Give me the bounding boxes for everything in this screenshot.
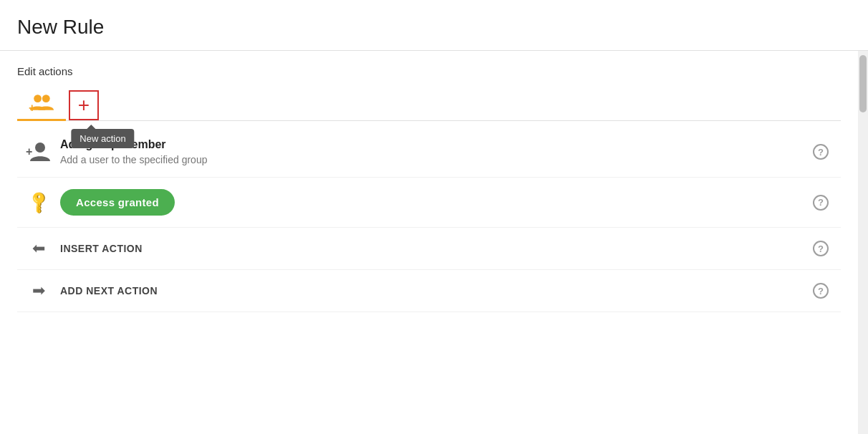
main-content: Edit actions + bbox=[0, 51, 858, 434]
content-area: Edit actions + bbox=[0, 51, 868, 434]
scrollbar-track[interactable] bbox=[858, 51, 868, 434]
svg-text:+: + bbox=[29, 101, 35, 113]
svg-point-1 bbox=[42, 95, 50, 102]
page-container: New Rule Edit actions + bbox=[0, 0, 868, 434]
key-icon-container: 🔑 bbox=[17, 193, 60, 212]
action-list: + Add group member Add a user to the spe… bbox=[17, 127, 841, 312]
page-title: New Rule bbox=[17, 16, 851, 39]
tab-users[interactable]: + bbox=[17, 86, 66, 120]
key-icon: 🔑 bbox=[25, 189, 52, 216]
access-granted-help[interactable]: ? bbox=[806, 195, 835, 211]
add-next-action-label: ADD NEXT ACTION bbox=[60, 285, 158, 296]
add-next-action-help[interactable]: ? bbox=[806, 283, 835, 299]
svg-point-3 bbox=[35, 143, 45, 153]
arrow-right-icon-container: ➡ bbox=[17, 281, 60, 300]
access-granted-row: 🔑 Access granted ? bbox=[17, 178, 841, 228]
help-circle-icon-2[interactable]: ? bbox=[813, 195, 829, 211]
add-group-member-row: + Add group member Add a user to the spe… bbox=[17, 127, 841, 178]
help-circle-icon[interactable]: ? bbox=[813, 144, 829, 160]
add-next-action-row: ➡ ADD NEXT ACTION ? bbox=[17, 270, 841, 312]
page-title-section: New Rule bbox=[0, 0, 868, 51]
insert-action-help[interactable]: ? bbox=[806, 241, 835, 256]
insert-action-label: INSERT ACTION bbox=[60, 243, 143, 254]
help-circle-icon-4[interactable]: ? bbox=[813, 283, 829, 299]
add-group-member-content: Add group member Add a user to the speci… bbox=[60, 138, 806, 165]
add-group-icon-container: + bbox=[17, 141, 60, 163]
access-granted-content: Access granted bbox=[60, 189, 806, 216]
add-group-member-title: Add group member bbox=[60, 138, 806, 151]
plus-icon: + bbox=[78, 95, 90, 115]
users-tab-icon: + bbox=[29, 92, 54, 113]
tab-add-action[interactable]: + New action bbox=[69, 90, 99, 120]
scrollbar-thumb[interactable] bbox=[859, 55, 867, 112]
add-next-action-content: ADD NEXT ACTION bbox=[60, 284, 806, 297]
svg-text:+: + bbox=[26, 145, 32, 158]
add-group-member-subtitle: Add a user to the specified group bbox=[60, 154, 806, 165]
help-circle-icon-3[interactable]: ? bbox=[813, 241, 829, 256]
tabs-row: + + New action bbox=[17, 86, 841, 121]
arrow-right-icon: ➡ bbox=[32, 281, 45, 300]
arrow-left-icon: ⬅ bbox=[32, 239, 45, 258]
insert-action-row: ⬅ INSERT ACTION ? bbox=[17, 228, 841, 270]
insert-action-content: INSERT ACTION bbox=[60, 242, 806, 255]
add-group-member-help[interactable]: ? bbox=[806, 144, 835, 160]
arrow-left-icon-container: ⬅ bbox=[17, 239, 60, 258]
access-granted-button[interactable]: Access granted bbox=[60, 189, 175, 216]
edit-actions-label: Edit actions bbox=[17, 65, 841, 77]
add-group-member-icon: + bbox=[26, 141, 52, 163]
